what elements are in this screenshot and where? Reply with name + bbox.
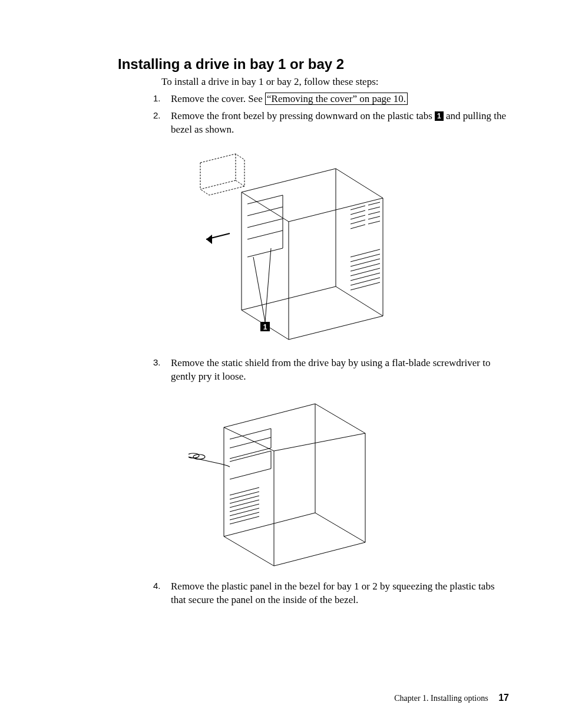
svg-line-20 (351, 225, 365, 229)
svg-line-30 (351, 268, 380, 276)
svg-line-34 (253, 257, 265, 322)
svg-line-18 (351, 215, 365, 219)
svg-line-42 (274, 433, 365, 451)
page: Installing a drive in bay 1 or bay 2 To … (0, 0, 562, 728)
svg-line-2 (336, 286, 383, 316)
step-number: 3. (153, 357, 161, 368)
svg-line-33 (351, 282, 380, 290)
svg-line-16 (351, 206, 365, 210)
svg-line-40 (224, 513, 315, 536)
illustration-svg: 1 (189, 145, 401, 345)
footer-page-number: 17 (498, 693, 509, 703)
step-number: 4. (153, 580, 161, 592)
svg-line-12 (236, 180, 244, 186)
section-heading: Installing a drive in bay 1 or bay 2 (118, 56, 509, 73)
svg-line-23 (368, 212, 380, 215)
step-2: 2. Remove the front bezel by pressing do… (153, 110, 509, 350)
svg-marker-15 (206, 235, 212, 244)
illustration-svg (189, 392, 389, 569)
cross-reference-link[interactable]: “Removing the cover” on page 10. (265, 93, 408, 105)
svg-line-46 (230, 492, 259, 499)
step-text: Remove the static shield from the drive … (171, 357, 490, 382)
step-text: Remove the plastic panel in the bezel fo… (171, 581, 495, 605)
svg-line-51 (230, 512, 259, 520)
svg-line-22 (368, 207, 380, 210)
svg-line-39 (315, 513, 365, 542)
intro-paragraph: To install a drive in bay 1 or bay 2, fo… (161, 76, 509, 88)
svg-line-26 (351, 249, 380, 257)
svg-line-19 (351, 220, 365, 224)
svg-line-52 (230, 516, 259, 524)
callout-badge: 1 (435, 111, 444, 121)
step-text: Remove the front bezel by pressing downw… (171, 110, 435, 121)
svg-line-45 (230, 487, 259, 495)
page-footer: Chapter 1. Installing options 17 (394, 693, 509, 703)
svg-line-17 (351, 210, 365, 215)
svg-line-8 (247, 219, 283, 228)
step-number: 2. (153, 110, 161, 121)
svg-line-50 (230, 508, 259, 516)
svg-line-21 (368, 202, 380, 205)
svg-line-47 (230, 496, 259, 503)
svg-line-35 (265, 248, 271, 322)
step-text: Remove the cover. See (171, 93, 265, 104)
footer-chapter: Chapter 1. Installing options (394, 694, 488, 703)
svg-line-32 (351, 278, 380, 285)
svg-line-49 (230, 504, 259, 512)
svg-line-28 (351, 259, 380, 266)
figure-bezel-removal: 1 (189, 145, 509, 350)
figure-callout-label: 1 (263, 323, 267, 331)
step-list: 1. Remove the cover. See “Removing the c… (153, 93, 509, 607)
step-1: 1. Remove the cover. See “Removing the c… (153, 93, 509, 106)
svg-line-25 (368, 221, 380, 224)
svg-line-29 (351, 263, 380, 271)
figure-static-shield (189, 392, 509, 573)
step-4: 4. Remove the plastic panel in the bezel… (153, 580, 509, 607)
svg-line-27 (351, 254, 380, 262)
svg-line-9 (247, 230, 283, 239)
svg-line-31 (351, 273, 380, 281)
svg-line-13 (200, 180, 236, 189)
step-3: 3. Remove the static shield from the dri… (153, 357, 509, 573)
step-number: 1. (153, 93, 161, 104)
svg-line-48 (230, 500, 259, 508)
svg-line-24 (368, 216, 380, 219)
